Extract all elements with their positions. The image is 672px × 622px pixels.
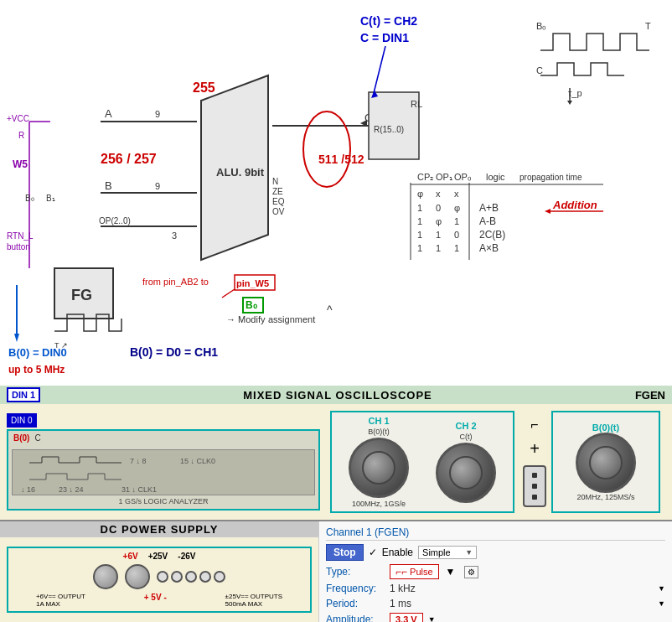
period-value: 1 ms xyxy=(390,598,653,609)
svg-text:1: 1 xyxy=(436,230,441,240)
svg-text:1: 1 xyxy=(454,216,459,226)
dc-output-1: +6V== OUTPUT1A MAX xyxy=(36,593,85,608)
ch1-sublabel: B(0)(t) xyxy=(368,428,390,436)
svg-text:B: B xyxy=(105,179,112,192)
pulse-value: ⌐⌐ Pulse xyxy=(390,564,439,579)
svg-text:^: ^ xyxy=(327,303,333,317)
svg-text:pin_W5: pin_W5 xyxy=(236,278,269,288)
dc-knob-1[interactable] xyxy=(93,564,118,589)
amplitude-dropdown-arrow[interactable]: ▼ xyxy=(428,615,436,622)
svg-text:1: 1 xyxy=(454,243,459,253)
dc-terminal-4[interactable] xyxy=(199,571,211,583)
enable-label[interactable]: Enable xyxy=(382,547,413,558)
svg-text:FG: FG xyxy=(71,287,92,303)
svg-text:23 ↓ 24: 23 ↓ 24 xyxy=(59,485,84,494)
fgen-channel-label: Channel 1 (FGEN) xyxy=(326,526,665,541)
dc-power-supply: DC POWER SUPPLY +6V +25V -26V xyxy=(0,521,318,622)
svg-text:x: x xyxy=(454,189,459,199)
type-label: Type: xyxy=(326,566,385,578)
svg-text:↓ 16: ↓ 16 xyxy=(21,485,35,494)
svg-text:3: 3 xyxy=(172,231,177,241)
svg-text:9: 9 xyxy=(155,181,160,191)
svg-text:ALU. 9bit: ALU. 9bit xyxy=(216,166,265,179)
simple-dropdown-arrow: ▼ xyxy=(465,548,473,557)
svg-text:B(0) = D0 = CH1: B(0) = D0 = CH1 xyxy=(130,345,218,359)
svg-text:1: 1 xyxy=(417,203,422,213)
ch1-container: CH 1 B(0)(t) 100MHz, 1GS/e xyxy=(349,416,409,508)
trig-symbol: ⌐ xyxy=(530,417,538,433)
amplitude-value: 3.3 V xyxy=(390,613,423,622)
enable-checkmark: ✓ xyxy=(369,547,377,558)
svg-text:T: T xyxy=(645,21,651,31)
osc-header: DIN 1 MIXED SIGNAL OSCILLOSCOPE FGEN xyxy=(0,386,672,404)
freq-value: 1 kHz xyxy=(390,583,653,594)
logic-analyzer: DIN 0 B(0) C 7 ↓ 8 15 ↓ CLK0 ↓ 16 xyxy=(0,407,327,516)
svg-text:Addition: Addition xyxy=(552,199,597,211)
fgen-right-panel: Channel 1 (FGEN) Stop ✓ Enable Simple ▼ … xyxy=(318,521,672,622)
svg-text:EQ: EQ xyxy=(272,197,285,206)
ch1-spec: 100MHz, 1GS/e xyxy=(352,500,406,508)
svg-text:C = DIN1: C = DIN1 xyxy=(360,31,409,44)
svg-text:A: A xyxy=(105,107,112,120)
osc-body: DIN 0 B(0) C 7 ↓ 8 15 ↓ CLK0 ↓ 16 xyxy=(0,404,672,520)
svg-text:511 /512: 511 /512 xyxy=(318,153,364,166)
svg-text:1: 1 xyxy=(417,230,422,240)
period-dropdown-arrow[interactable]: ▼ xyxy=(658,599,665,608)
ch1-knob[interactable] xyxy=(349,438,409,498)
fgen-section: B(0)(t) 20MHz, 125MS/s xyxy=(551,411,660,513)
svg-text:B₀: B₀ xyxy=(25,194,34,203)
svg-text:2C(B): 2C(B) xyxy=(479,229,505,241)
fgen-spec: 20MHz, 125MS/s xyxy=(576,493,634,501)
fgen-ch-label: B(0)(t) xyxy=(592,422,619,433)
dc-terminal-2[interactable] xyxy=(171,571,183,583)
svg-text:C(t) = CH2: C(t) = CH2 xyxy=(360,14,417,28)
svg-text:0: 0 xyxy=(454,230,459,240)
dc-v-plus6: +6V xyxy=(123,552,138,561)
svg-text:7 ↓ 8: 7 ↓ 8 xyxy=(130,457,147,465)
dc-v-minus26: -26V xyxy=(178,552,195,561)
fgen-control-row: Stop ✓ Enable Simple ▼ xyxy=(326,544,665,561)
la-bottom-label: 1 GS/s LOGIC ANALYZER xyxy=(12,497,315,505)
fgen-type-row: Type: ⌐⌐ Pulse ▼ ⚙ xyxy=(326,564,665,579)
svg-text:RL: RL xyxy=(411,99,422,109)
svg-text:9: 9 xyxy=(155,109,160,119)
fgen-knob[interactable] xyxy=(576,433,636,493)
osc-title: MIXED SIGNAL OSCILLOSCOPE xyxy=(54,389,622,402)
ch2-sublabel: C(t) xyxy=(460,433,473,441)
svg-text:logic: logic xyxy=(486,172,505,182)
svg-text:R: R xyxy=(18,131,24,140)
svg-text:RTN_L: RTN_L xyxy=(7,231,34,241)
svg-text:C: C xyxy=(536,65,543,75)
svg-text:0: 0 xyxy=(436,203,441,213)
svg-text:N: N xyxy=(272,177,278,186)
din0-label: DIN 0 xyxy=(7,413,37,428)
svg-text:15 ↓ CLK0: 15 ↓ CLK0 xyxy=(180,457,215,465)
dc-knob-2[interactable] xyxy=(125,564,150,589)
dc-terminal-3[interactable] xyxy=(185,571,197,583)
svg-text:A-B: A-B xyxy=(479,215,496,227)
fgen-freq-row: Frequency: 1 kHz ▼ xyxy=(326,583,665,594)
ch2-knob[interactable] xyxy=(436,443,496,503)
fgen-header-label: FGEN xyxy=(635,389,665,402)
dc-terminal-5[interactable] xyxy=(214,571,225,583)
freq-dropdown-arrow[interactable]: ▼ xyxy=(658,584,665,593)
simple-dropdown[interactable]: Simple ▼ xyxy=(418,546,477,559)
svg-text:from pin_AB2 to: from pin_AB2 to xyxy=(142,277,209,287)
din1-label: DIN 1 xyxy=(7,387,40,402)
svg-text:φ: φ xyxy=(436,216,442,226)
ch1-label: CH 1 xyxy=(368,416,389,426)
svg-text:T ↗: T ↗ xyxy=(54,341,68,350)
trigger-section: ⌐ + xyxy=(518,407,551,516)
svg-text:→ Modify: → Modify xyxy=(226,314,266,324)
type-settings-btn[interactable]: ⚙ xyxy=(464,566,478,578)
type-dropdown-arrow[interactable]: ▼ xyxy=(446,566,456,578)
stop-button[interactable]: Stop xyxy=(326,544,364,561)
svg-text:OV: OV xyxy=(272,207,285,216)
dc-terminal-1[interactable] xyxy=(157,571,168,583)
svg-text:φ: φ xyxy=(454,203,460,213)
circuit-diagram: ALU. 9bit A 9 B 9 OP(2..0) 3 C N ZE EQ O… xyxy=(0,0,672,386)
svg-text:1: 1 xyxy=(436,243,441,253)
ch2-label: CH 2 xyxy=(455,421,476,431)
svg-text:OP₁: OP₁ xyxy=(436,172,452,182)
svg-text:B₀: B₀ xyxy=(536,21,546,31)
